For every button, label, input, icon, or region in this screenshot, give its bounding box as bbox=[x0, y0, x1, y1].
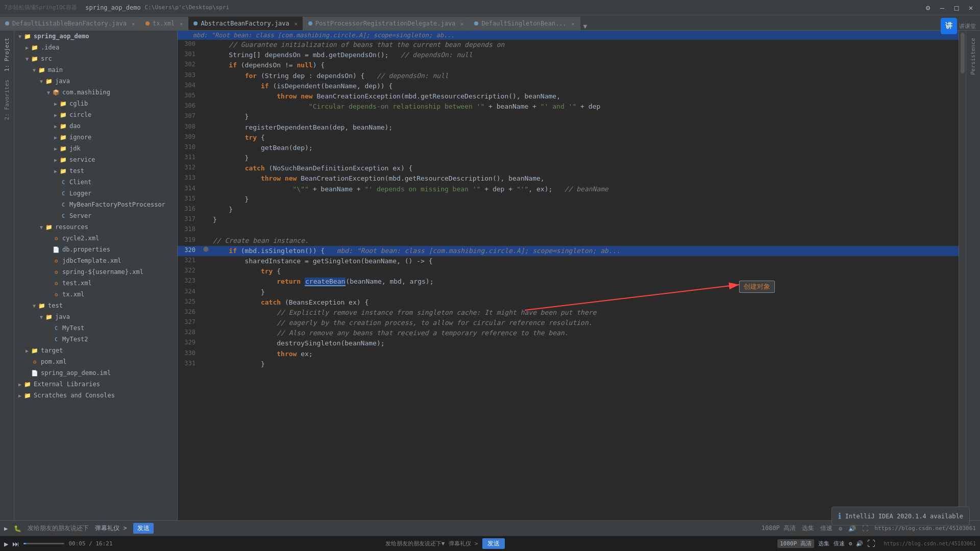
code-line-325: 325 catch (BeansException ex) { bbox=[178, 297, 959, 308]
status-text: 发给朋友的朋友说还下 bbox=[28, 524, 89, 533]
send-btn[interactable]: 发送 bbox=[133, 523, 154, 534]
tree-item-src[interactable]: ▼ 📁 src bbox=[14, 53, 177, 64]
code-line-304: 304 if (isDependent(beanName, dep)) { bbox=[178, 81, 959, 91]
volume-btn[interactable]: 🔊 bbox=[848, 525, 856, 532]
tab-close-icon[interactable]: ✕ bbox=[132, 21, 135, 27]
tab-label: DefaultListableBeanFactory.java bbox=[12, 20, 127, 27]
settings-btn[interactable]: ⚙ bbox=[839, 525, 842, 532]
tab-close-icon[interactable]: ✕ bbox=[180, 21, 183, 27]
fullscreen-icon[interactable]: ⛶ bbox=[867, 539, 875, 548]
code-line-315: 315 } bbox=[178, 194, 959, 205]
speed-label2[interactable]: 倍速 bbox=[834, 540, 845, 547]
url-text: https://blog.csdn.net/45103061 bbox=[874, 525, 976, 532]
tab-overflow-icon[interactable]: ▼ bbox=[580, 22, 591, 30]
code-line-324: 324 } bbox=[178, 287, 959, 297]
play-btn[interactable]: ▶ bbox=[4, 540, 8, 548]
tab-tx[interactable]: tx.xml ✕ bbox=[140, 17, 188, 30]
tree-item-txxml[interactable]: ▶ ⚙ tx.xml bbox=[14, 289, 177, 300]
tree-item-java[interactable]: ▼ 📁 java bbox=[14, 76, 177, 87]
tree-item-dao[interactable]: ▶ 📁 dao bbox=[14, 120, 177, 132]
select-label2[interactable]: 选集 bbox=[818, 540, 829, 547]
tab-label: DefaultSingletonBean... bbox=[481, 20, 566, 27]
top-bar: 7步轻松搞懂SpringIOC容器 spring_aop_demo C:\Use… bbox=[0, 0, 980, 15]
barrage-btn[interactable]: 弹幕礼仪 > bbox=[95, 524, 127, 533]
tab-defaultlistable[interactable]: DefaultListableBeanFactory.java ✕ bbox=[0, 17, 140, 30]
subtitle-btn[interactable]: 发给朋友的朋友说还下▼ bbox=[385, 540, 445, 547]
tree-item-jdbctemplate[interactable]: ▶ ⚙ jdbcTemplate.xml bbox=[14, 255, 177, 266]
persistence-tab[interactable]: Persistence bbox=[969, 35, 977, 78]
tree-item-test-folder[interactable]: ▶ 📁 test bbox=[14, 165, 177, 177]
tree-item-client[interactable]: ▶ C Client bbox=[14, 177, 177, 188]
tree-item-package[interactable]: ▼ 📦 com.mashibing bbox=[14, 87, 177, 98]
tree-item-java2[interactable]: ▼ 📁 java bbox=[14, 311, 177, 322]
code-line-310: 310 getBean(dep); bbox=[178, 143, 959, 153]
volume-icon[interactable]: 🔊 bbox=[856, 540, 863, 547]
tree-item-mybeanfactory[interactable]: ▶ C MyBeanFactoryPostProcessor bbox=[14, 199, 177, 210]
code-line-313: 313 throw new BeanCreationException(mbd.… bbox=[178, 173, 959, 184]
tree-item-resources[interactable]: ▼ 📁 resources bbox=[14, 221, 177, 233]
code-line-307: 307 } bbox=[178, 112, 959, 122]
brand-logo: 讲 讲课堂 bbox=[941, 18, 976, 34]
tree-item-mytest[interactable]: ▶ C MyTest bbox=[14, 322, 177, 334]
tree-item-idea[interactable]: ▶ 📁 .idea bbox=[14, 42, 177, 53]
tab-postprocessor[interactable]: PostProcessorRegistrationDelegate.java ✕ bbox=[303, 17, 470, 30]
video-progress-bar[interactable] bbox=[23, 543, 64, 544]
tree-item-logger[interactable]: ▶ C Logger bbox=[14, 188, 177, 199]
fullscreen-btn[interactable]: ⛶ bbox=[862, 525, 868, 532]
tree-item-scratches[interactable]: ▶ 📁 Scratches and Consoles bbox=[14, 390, 177, 401]
tree-item-main[interactable]: ▼ 📁 main bbox=[14, 64, 177, 76]
tree-item-testxml[interactable]: ▶ ⚙ test.xml bbox=[14, 278, 177, 289]
tab-label: PostProcessorRegistrationDelegate.java bbox=[315, 20, 456, 27]
speed-label: 倍速 bbox=[820, 524, 832, 533]
tree-item-circle[interactable]: ▶ 📁 circle bbox=[14, 109, 177, 120]
tree-item-jdk[interactable]: ▶ 📁 jdk bbox=[14, 143, 177, 154]
notification-popup[interactable]: ℹ IntelliJ IDEA 2020.1.4 available bbox=[831, 507, 970, 525]
code-line-318: 318 bbox=[178, 225, 959, 235]
maximize-icon[interactable]: □ bbox=[951, 3, 962, 13]
tree-item-cglib[interactable]: ▶ 📁 cglib bbox=[14, 98, 177, 109]
tree-item-cycle2[interactable]: ▶ ⚙ cycle2.xml bbox=[14, 233, 177, 244]
settings-icon2[interactable]: ⚙ bbox=[849, 540, 852, 547]
code-editor: mbd: "Root bean: class [com.mashibing.ci… bbox=[178, 31, 959, 520]
favorites-tab[interactable]: 2: Favorites bbox=[3, 77, 11, 123]
code-line-308: 308 registerDependentBean(dep, beanName)… bbox=[178, 122, 959, 133]
csdn-url: https://blog.csdn.net/45103061 bbox=[884, 541, 976, 546]
code-line-322: 322 try { bbox=[178, 266, 959, 277]
code-line-302: 302 if (dependsOn != null) { bbox=[178, 60, 959, 70]
tree-item-test-src[interactable]: ▼ 📁 test bbox=[14, 300, 177, 311]
tree-item-pom[interactable]: ▶ ⚙ pom.xml bbox=[14, 356, 177, 367]
code-line-301: 301 String[] dependsOn = mbd.getDependsO… bbox=[178, 50, 959, 60]
tab-abstractbean[interactable]: AbstractBeanFactory.java ✕ bbox=[188, 17, 303, 30]
project-name: spring_aop_demo bbox=[85, 4, 140, 11]
tab-close-icon[interactable]: ✕ bbox=[460, 21, 463, 27]
settings-icon[interactable]: ⚙ bbox=[923, 3, 933, 13]
tree-item-server[interactable]: ▶ C Server bbox=[14, 210, 177, 221]
project-tab[interactable]: 1: Project bbox=[3, 35, 11, 74]
minimize-icon[interactable]: — bbox=[937, 3, 947, 13]
tree-item-mytest2[interactable]: ▶ C MyTest2 bbox=[14, 334, 177, 345]
scrollbar-thumb[interactable] bbox=[961, 33, 965, 73]
tree-item-external[interactable]: ▶ 📁 External Libraries bbox=[14, 379, 177, 390]
code-line-317: 317 } bbox=[178, 215, 959, 225]
tree-item-ignore[interactable]: ▶ 📁 ignore bbox=[14, 132, 177, 143]
tree-item-target[interactable]: ▶ 📁 target bbox=[14, 345, 177, 356]
quality-badge[interactable]: 1080P 高清 bbox=[777, 539, 814, 548]
tab-label: tx.xml bbox=[153, 20, 175, 27]
video-time: 00:05 / 16:21 bbox=[68, 540, 112, 547]
barrage-btn2[interactable]: 弹幕礼仪 > bbox=[449, 540, 478, 547]
tree-item[interactable]: ▼ 📁 spring_aop_demo bbox=[14, 31, 177, 42]
code-line-303: 303 for (String dep : dependsOn) { // de… bbox=[178, 71, 959, 81]
tree-item-spring[interactable]: ▶ ⚙ spring-${username}.xml bbox=[14, 266, 177, 278]
tab-close-icon[interactable]: ✕ bbox=[572, 21, 575, 27]
tab-close-icon[interactable]: ✕ bbox=[295, 21, 298, 27]
tree-item-iml[interactable]: ▶ 📄 spring_aop_demo.iml bbox=[14, 367, 177, 379]
code-scroll[interactable]: 300 // Guarantee initialization of beans… bbox=[178, 40, 959, 520]
tab-defaultsingleton[interactable]: DefaultSingletonBean... ✕ bbox=[469, 17, 580, 30]
skip-btn[interactable]: ⏭ bbox=[12, 540, 19, 548]
send-btn2[interactable]: 发送 bbox=[482, 538, 505, 549]
code-line-331: 331 } bbox=[178, 359, 959, 369]
close-icon[interactable]: ✕ bbox=[966, 3, 976, 13]
tree-item-db[interactable]: ▶ 📄 db.properties bbox=[14, 244, 177, 255]
line-col: 1080P 高清 bbox=[762, 524, 796, 533]
tree-item-service[interactable]: ▶ 📁 service bbox=[14, 154, 177, 165]
